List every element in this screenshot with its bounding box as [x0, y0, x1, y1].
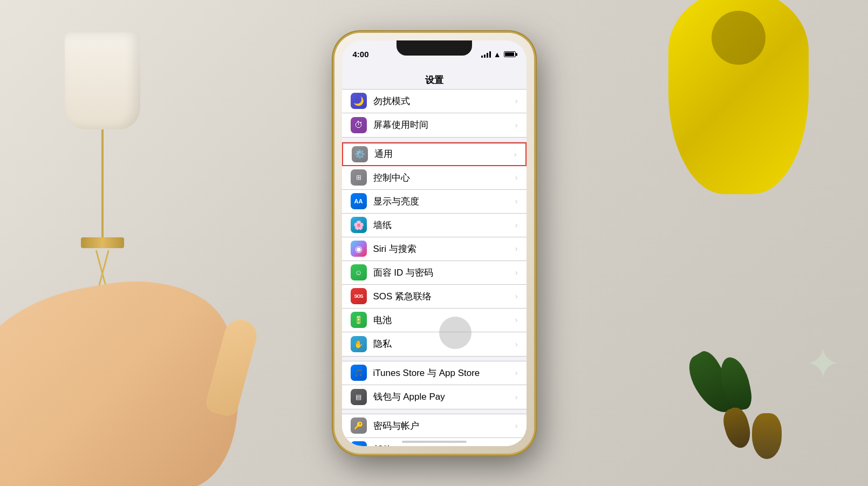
- wallet-icon: ▤: [351, 389, 367, 405]
- sos-icon: SOS: [351, 288, 367, 304]
- chevron-icon: ›: [515, 221, 518, 229]
- privacy-icon: ✋: [351, 336, 367, 352]
- phone: 4:00 ▲ 设置: [334, 33, 534, 454]
- section-3: 🎵 iTunes Store 与 App Store › ▤ 钱包与 Apple…: [342, 361, 527, 409]
- star-decoration: ✦: [805, 339, 841, 389]
- do-not-disturb-icon: 🌙: [351, 93, 367, 109]
- siri-icon: ◉: [351, 241, 367, 257]
- itunes-label: iTunes Store 与 App Store: [373, 367, 511, 379]
- chevron-icon: ›: [514, 150, 517, 159]
- chevron-icon: ›: [515, 445, 518, 446]
- status-time: 4:00: [353, 45, 369, 59]
- mail-label: 邮件: [373, 443, 511, 446]
- battery-icon: [504, 51, 516, 57]
- status-icons: ▲: [481, 46, 516, 59]
- wallpaper-label: 墙纸: [373, 219, 511, 231]
- row-wallpaper[interactable]: 🌸 墙纸 ›: [342, 214, 527, 237]
- mail-icon: ✉️: [351, 441, 367, 446]
- row-screen-time[interactable]: ⏱ 屏幕使用时间 ›: [342, 113, 527, 137]
- section-2: ⚙️ 通用 › ⊞ 控制中心 › AA 显示与亮度 ›: [342, 142, 527, 357]
- row-face-id[interactable]: ☺ 面容 ID 与密码 ›: [342, 261, 527, 285]
- general-label: 通用: [374, 148, 510, 160]
- vase-decoration: [647, 0, 836, 232]
- chevron-icon: ›: [515, 268, 518, 277]
- row-do-not-disturb[interactable]: 🌙 勿扰模式 ›: [342, 90, 527, 113]
- lamp-decoration: [43, 32, 162, 313]
- home-indicator: [402, 441, 467, 443]
- display-label: 显示与亮度: [373, 195, 511, 208]
- siri-label: Siri 与搜索: [373, 243, 511, 255]
- face-id-label: 面容 ID 与密码: [373, 266, 511, 279]
- sos-label: SOS 紧急联络: [373, 290, 511, 303]
- row-itunes-appstore[interactable]: 🎵 iTunes Store 与 App Store ›: [342, 361, 527, 385]
- screen-time-icon: ⏱: [351, 117, 367, 133]
- wifi-icon: ▲: [494, 50, 501, 59]
- do-not-disturb-label: 勿扰模式: [373, 95, 511, 107]
- notch: [397, 40, 472, 56]
- chevron-icon: ›: [515, 173, 518, 182]
- chevron-icon: ›: [515, 368, 518, 377]
- row-siri[interactable]: ◉ Siri 与搜索 ›: [342, 237, 527, 261]
- display-icon: AA: [351, 193, 367, 209]
- section-1: 🌙 勿扰模式 › ⏱ 屏幕使用时间 ›: [342, 89, 527, 138]
- passwords-icon: 🔑: [351, 417, 367, 434]
- phone-body: 4:00 ▲ 设置: [334, 33, 534, 454]
- signal-icon: [481, 51, 491, 58]
- chevron-icon: ›: [515, 197, 518, 206]
- row-sos[interactable]: SOS SOS 紧急联络 ›: [342, 285, 527, 309]
- control-center-icon: ⊞: [351, 169, 367, 186]
- chevron-icon: ›: [515, 97, 518, 105]
- settings-list: 🌙 勿扰模式 › ⏱ 屏幕使用时间 › ⚙️ 通用: [342, 89, 527, 446]
- row-control-center[interactable]: ⊞ 控制中心 ›: [342, 166, 527, 190]
- row-passwords[interactable]: 🔑 密码与帐户 ›: [342, 414, 527, 438]
- wallpaper-icon: 🌸: [351, 217, 367, 233]
- battery-row-icon: 🔋: [351, 312, 367, 328]
- row-wallet[interactable]: ▤ 钱包与 Apple Pay ›: [342, 385, 527, 409]
- settings-title: 设置: [342, 70, 527, 92]
- chevron-icon: ›: [515, 340, 518, 348]
- control-center-label: 控制中心: [373, 172, 511, 184]
- row-display[interactable]: AA 显示与亮度 ›: [342, 190, 527, 214]
- wallet-label: 钱包与 Apple Pay: [373, 391, 511, 403]
- screen-time-label: 屏幕使用时间: [373, 119, 511, 131]
- chevron-icon: ›: [515, 393, 518, 401]
- phone-screen: 4:00 ▲ 设置: [342, 40, 527, 446]
- face-id-icon: ☺: [351, 264, 367, 280]
- hand: [0, 276, 270, 486]
- touch-circle: [439, 317, 471, 349]
- row-privacy[interactable]: ✋ 隐私 ›: [342, 332, 527, 356]
- chevron-icon: ›: [515, 316, 518, 324]
- chevron-icon: ›: [515, 244, 518, 253]
- passwords-label: 密码与帐户: [373, 420, 511, 432]
- chevron-icon: ›: [515, 292, 518, 300]
- general-icon: ⚙️: [352, 146, 368, 162]
- row-battery[interactable]: 🔋 电池 ›: [342, 309, 527, 332]
- row-general[interactable]: ⚙️ 通用 ›: [342, 142, 527, 166]
- chevron-icon: ›: [515, 121, 518, 129]
- chevron-icon: ›: [515, 421, 518, 430]
- itunes-icon: 🎵: [351, 365, 367, 381]
